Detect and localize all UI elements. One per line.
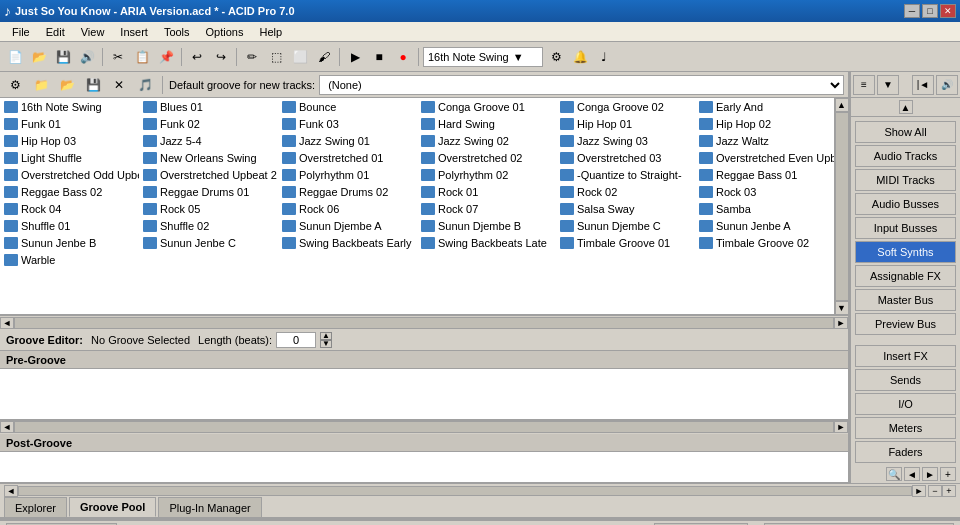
groove-item[interactable]: Jazz 5-4 [139, 132, 278, 149]
groove-item[interactable]: Sunun Jenbe A [695, 217, 834, 234]
groove-item[interactable]: Blues 01 [139, 98, 278, 115]
groove-item[interactable]: Jazz Waltz [695, 132, 834, 149]
scroll-right-button[interactable]: ► [834, 317, 848, 329]
groove-item[interactable]: Rock 01 [417, 183, 556, 200]
groove-item[interactable]: Hip Hop 02 [695, 115, 834, 132]
sends-button[interactable]: Sends [855, 369, 956, 391]
groove-item[interactable]: Polyrhythm 01 [278, 166, 417, 183]
groove-item[interactable]: Overstretched 01 [278, 149, 417, 166]
copy-button[interactable]: 📋 [131, 46, 153, 68]
right-scroll-up[interactable]: ▲ [899, 100, 913, 114]
groove-item[interactable]: Shuffle 02 [139, 217, 278, 234]
meters-button[interactable]: Meters [855, 417, 956, 439]
groove-item[interactable]: Overstretched 02 [417, 149, 556, 166]
groove-item[interactable]: Reggae Drums 01 [139, 183, 278, 200]
groove-item[interactable]: Timbale Groove 02 [695, 234, 834, 251]
groove-item[interactable]: 16th Note Swing [0, 98, 139, 115]
groove-tb-btn1[interactable]: ⚙ [4, 74, 26, 96]
groove-item[interactable]: Rock 04 [0, 200, 139, 217]
length-spin-down[interactable]: ▼ [320, 340, 332, 348]
tab-plugin-manager[interactable]: Plug-In Manager [158, 497, 261, 517]
groove-settings[interactable]: ⚙ [545, 46, 567, 68]
stop-button[interactable]: ■ [368, 46, 390, 68]
groove-item[interactable]: Funk 02 [139, 115, 278, 132]
render-button[interactable]: 🔊 [76, 46, 98, 68]
groove-tb-btn3[interactable]: 📂 [56, 74, 78, 96]
maximize-button[interactable]: □ [922, 4, 938, 18]
groove-item[interactable]: Hip Hop 03 [0, 132, 139, 149]
horizontal-scrollbar[interactable]: ◄ ► [0, 315, 848, 329]
groove-item[interactable]: Warble [0, 251, 139, 268]
audio-busses-button[interactable]: Audio Busses [855, 193, 956, 215]
groove-tb-btn2[interactable]: 📁 [30, 74, 52, 96]
insert-fx-button[interactable]: Insert FX [855, 345, 956, 367]
right-btn-prev[interactable]: |◄ [912, 75, 934, 95]
select-tool[interactable]: ⬚ [265, 46, 287, 68]
groove-item[interactable]: Shuffle 01 [0, 217, 139, 234]
groove-item[interactable]: Sunun Djembe C [556, 217, 695, 234]
groove-item[interactable]: Reggae Bass 02 [0, 183, 139, 200]
midi-tracks-button[interactable]: MIDI Tracks [855, 169, 956, 191]
zoom-in-right[interactable]: ► [922, 467, 938, 481]
groove-item[interactable]: Reggae Bass 01 [695, 166, 834, 183]
groove-item[interactable]: Hard Swing [417, 115, 556, 132]
groove-item[interactable]: Swing Backbeats Early [278, 234, 417, 251]
erase-tool[interactable]: ⬜ [289, 46, 311, 68]
tab-explorer[interactable]: Explorer [4, 497, 67, 517]
menu-file[interactable]: File [4, 24, 38, 40]
draw-tool[interactable]: ✏ [241, 46, 263, 68]
scroll-left-button[interactable]: ◄ [0, 317, 14, 329]
default-groove-select[interactable]: (None) [319, 75, 844, 95]
menu-insert[interactable]: Insert [112, 24, 156, 40]
groove-item[interactable]: Sunun Jenbe B [0, 234, 139, 251]
faders-button[interactable]: Faders [855, 441, 956, 463]
menu-tools[interactable]: Tools [156, 24, 198, 40]
groove-tb-btn4[interactable]: 💾 [82, 74, 104, 96]
groove-item[interactable]: Overstretched Upbeat 2 [139, 166, 278, 183]
io-button[interactable]: I/O [855, 393, 956, 415]
groove-item[interactable]: Swing Backbeats Late [417, 234, 556, 251]
groove-item[interactable]: Samba [695, 200, 834, 217]
editor-scroll-left[interactable]: ◄ [0, 421, 14, 433]
groove-item[interactable]: Hip Hop 01 [556, 115, 695, 132]
groove-item[interactable]: -Quantize to Straight- [556, 166, 695, 183]
groove-item[interactable]: Overstretched Even Upbeats [695, 149, 834, 166]
groove-item[interactable]: Rock 07 [417, 200, 556, 217]
post-scroll-left[interactable]: ◄ [4, 485, 18, 497]
groove-item[interactable]: Polyrhythm 02 [417, 166, 556, 183]
master-bus-button[interactable]: Master Bus [855, 289, 956, 311]
right-btn-1[interactable]: ≡ [853, 75, 875, 95]
show-all-button[interactable]: Show All [855, 121, 956, 143]
save-button[interactable]: 💾 [52, 46, 74, 68]
groove-item[interactable]: Jazz Swing 01 [278, 132, 417, 149]
redo-button[interactable]: ↪ [210, 46, 232, 68]
cut-button[interactable]: ✂ [107, 46, 129, 68]
groove-item[interactable]: Sunun Djembe A [278, 217, 417, 234]
zoom-in-left[interactable]: ◄ [904, 467, 920, 481]
groove-item[interactable]: Rock 06 [278, 200, 417, 217]
groove-item[interactable]: Salsa Sway [556, 200, 695, 217]
play-button[interactable]: ▶ [344, 46, 366, 68]
undo-button[interactable]: ↩ [186, 46, 208, 68]
open-button[interactable]: 📂 [28, 46, 50, 68]
midi-button[interactable]: ♩ [593, 46, 615, 68]
right-btn-vol[interactable]: 🔊 [936, 75, 958, 95]
groove-item[interactable]: Reggae Drums 02 [278, 183, 417, 200]
editor-scroll-right[interactable]: ► [834, 421, 848, 433]
groove-item[interactable]: Conga Groove 02 [556, 98, 695, 115]
assignable-fx-button[interactable]: Assignable FX [855, 265, 956, 287]
scroll-down-button[interactable]: ▼ [835, 301, 849, 315]
groove-dropdown[interactable]: 16th Note Swing ▼ [423, 47, 543, 67]
groove-item[interactable]: Rock 03 [695, 183, 834, 200]
groove-item[interactable]: Rock 05 [139, 200, 278, 217]
input-busses-button[interactable]: Input Busses [855, 217, 956, 239]
menu-edit[interactable]: Edit [38, 24, 73, 40]
menu-view[interactable]: View [73, 24, 113, 40]
metronome-button[interactable]: 🔔 [569, 46, 591, 68]
soft-synths-button[interactable]: Soft Synths [855, 241, 956, 263]
groove-item[interactable]: Overstretched 03 [556, 149, 695, 166]
audio-tracks-button[interactable]: Audio Tracks [855, 145, 956, 167]
groove-item[interactable]: Funk 01 [0, 115, 139, 132]
groove-item[interactable]: Sunun Djembe B [417, 217, 556, 234]
zoom-out-button[interactable]: 🔍 [886, 467, 902, 481]
